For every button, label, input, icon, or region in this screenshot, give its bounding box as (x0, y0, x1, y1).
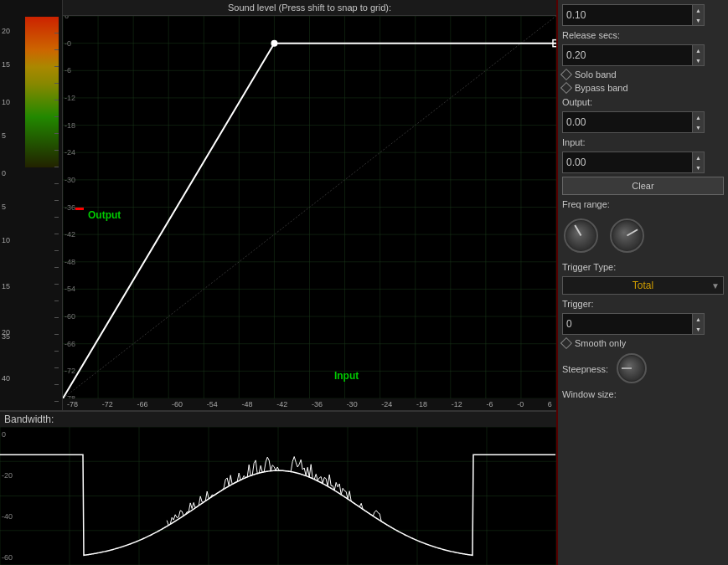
sound-level-row: ▲ ▼ (562, 4, 724, 26)
x-label-15: 6 (548, 400, 552, 408)
trigger-label: Trigger: (562, 299, 594, 309)
vu-meter (25, 17, 59, 410)
solo-band-checkbox[interactable] (560, 69, 572, 80)
input-overlay-label: Input (334, 370, 359, 382)
smooth-only-checkbox[interactable] (560, 337, 572, 349)
trigger-type-dropdown-wrapper: Total ▼ (562, 276, 724, 295)
left-axis-label-20a: 20 (2, 27, 10, 35)
x-label-13: -6 (486, 400, 493, 408)
trigger-type-label: Trigger Type: (562, 262, 616, 272)
x-label-3: -66 (137, 400, 147, 408)
x-label-4: -60 (172, 400, 183, 408)
left-axis-label-5b: 5 (2, 203, 6, 211)
solo-band-row[interactable]: Solo band (562, 69, 724, 80)
sound-level-arrows: ▲ ▼ (692, 4, 705, 26)
trigger-input[interactable] (562, 313, 692, 335)
solo-band-label: Solo band (575, 69, 617, 80)
left-axis-label-0a: 0 (2, 169, 6, 177)
trigger-num-row: ▲ ▼ (562, 313, 724, 335)
sound-level-up[interactable]: ▲ (693, 5, 704, 15)
bypass-band-row[interactable]: Bypass band (562, 83, 724, 93)
output-up[interactable]: ▲ (693, 112, 704, 122)
window-size-label: Window size: (562, 389, 617, 399)
clear-button[interactable]: Clear (562, 177, 724, 195)
knobs-row (562, 213, 724, 258)
x-label-1: -78 (67, 400, 78, 408)
steepness-label: Steepness: (562, 364, 608, 374)
bandwidth-label: Bandwidth: (4, 413, 54, 425)
main-container: 20 15 10 5 0 5 10 15 20 35 40 (0, 0, 728, 565)
x-axis: -78 -72 -66 -60 -54 -48 -42 -36 -30 -24 … (63, 398, 556, 410)
release-arrows: ▲ ▼ (692, 44, 705, 66)
bandwidth-canvas-area: 0 -20 -40 -60 (0, 427, 556, 565)
release-down[interactable]: ▼ (693, 55, 704, 65)
output-down[interactable]: ▼ (693, 122, 704, 132)
input-row: ▲ ▼ (562, 152, 724, 173)
trigger-type-label-row: Trigger Type: (562, 261, 724, 273)
trigger-down[interactable]: ▼ (693, 324, 704, 334)
x-label-11: -18 (416, 400, 427, 408)
left-axis-label-15a: 15 (2, 60, 10, 69)
release-label: Release secs: (562, 30, 620, 40)
x-label-9: -30 (347, 400, 358, 408)
left-axis-label-10b: 10 (2, 236, 10, 244)
output-overlay-label: Output (88, 209, 121, 221)
release-label-row: Release secs: (562, 29, 724, 41)
sound-level-input[interactable] (562, 4, 692, 26)
steepness-row: Steepness: (562, 352, 724, 385)
bypass-band-checkbox[interactable] (560, 82, 572, 94)
trigger-type-select[interactable]: Total (562, 276, 724, 295)
right-panel: ▲ ▼ Release secs: ▲ ▼ Solo band Bypass b… (556, 0, 728, 565)
x-label-6: -48 (242, 400, 253, 408)
trigger-arrows: ▲ ▼ (692, 313, 705, 335)
input-label-row: Input: (562, 136, 724, 148)
input-down[interactable]: ▼ (693, 162, 704, 172)
input-label: Input: (562, 137, 586, 147)
left-axis-label-15b: 15 (2, 282, 10, 290)
window-size-label-row: Window size: (562, 388, 724, 400)
bypass-band-label: Bypass band (575, 83, 628, 93)
trigger-up[interactable]: ▲ (693, 314, 704, 324)
left-axis-label-35: 35 (2, 332, 10, 341)
freq-range-label: Freq range: (562, 199, 610, 209)
output-row: ▲ ▼ (562, 111, 724, 133)
graph-area: Sound level (Press shift to snap to grid… (63, 0, 556, 410)
smooth-only-row[interactable]: Smooth only (562, 338, 724, 348)
x-label-8: -36 (312, 400, 323, 408)
bandwidth-canvas (0, 427, 556, 565)
x-label-2: -72 (102, 400, 113, 408)
steepness-knob[interactable] (615, 352, 648, 385)
x-label-10: -24 (381, 400, 392, 408)
red-indicator (75, 208, 84, 210)
freq-range-knob-1[interactable] (562, 217, 600, 254)
sound-level-down[interactable]: ▼ (693, 15, 704, 25)
freq-range-label-row: Freq range: (562, 198, 724, 210)
release-input[interactable] (562, 44, 692, 66)
left-axis-label-5a: 5 (2, 131, 6, 140)
output-input[interactable] (562, 111, 692, 133)
x-label-5: -54 (207, 400, 218, 408)
left-axis-label-40: 40 (2, 374, 10, 383)
smooth-only-label: Smooth only (575, 338, 626, 348)
release-up[interactable]: ▲ (693, 45, 704, 55)
bottom-section: Bandwidth: 0 -20 -40 -60 (0, 410, 556, 565)
graph-canvas-area[interactable]: Output Input (63, 16, 556, 398)
trigger-label-row: Trigger: (562, 298, 724, 310)
input-input[interactable] (562, 152, 692, 173)
main-graph-canvas (63, 16, 556, 398)
top-section: 20 15 10 5 0 5 10 15 20 35 40 (0, 0, 556, 410)
release-row: ▲ ▼ (562, 44, 724, 66)
freq-range-knob-2[interactable] (608, 217, 646, 254)
x-label-14: -0 (517, 400, 524, 408)
graph-title: Sound level (Press shift to snap to grid… (228, 3, 391, 13)
output-arrows: ▲ ▼ (692, 111, 705, 133)
left-panel: 20 15 10 5 0 5 10 15 20 35 40 (0, 0, 556, 565)
x-label-12: -12 (452, 400, 462, 408)
x-label-7: -42 (276, 400, 287, 408)
left-axis-label-10a: 10 (2, 98, 10, 106)
input-arrows: ▲ ▼ (692, 152, 705, 173)
input-up[interactable]: ▲ (693, 152, 704, 162)
output-label-row: Output: (562, 96, 724, 108)
output-label: Output: (562, 97, 592, 107)
